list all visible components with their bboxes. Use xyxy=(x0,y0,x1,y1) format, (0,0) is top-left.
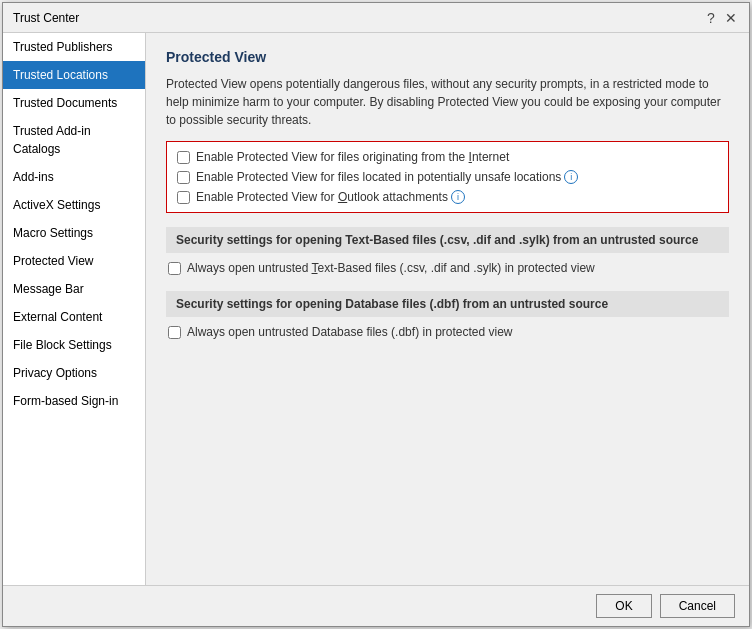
sidebar-item-protected-view[interactable]: Protected View xyxy=(3,247,145,275)
checkbox-plain-db: Always open untrusted Database files (.d… xyxy=(166,325,729,339)
section-title: Protected View xyxy=(166,49,729,65)
db-section-heading: Security settings for opening Database f… xyxy=(166,291,729,317)
close-button[interactable]: ✕ xyxy=(723,10,739,26)
checkbox-text-based-label: Always open untrusted Text-Based files (… xyxy=(187,261,595,275)
sidebar-item-add-ins[interactable]: Add-ins xyxy=(3,163,145,191)
checkbox-text-based[interactable] xyxy=(168,262,181,275)
checkbox-internet[interactable] xyxy=(177,151,190,164)
sidebar-item-macro-settings[interactable]: Macro Settings xyxy=(3,219,145,247)
checkbox-unsafe-locations[interactable] xyxy=(177,171,190,184)
checkbox-db-label: Always open untrusted Database files (.d… xyxy=(187,325,513,339)
checkbox-row-unsafe-locations: Enable Protected View for files located … xyxy=(177,170,718,184)
sidebar-item-trusted-add-in-catalogs[interactable]: Trusted Add-in Catalogs xyxy=(3,117,145,163)
title-bar-controls: ? ✕ xyxy=(703,10,739,26)
trust-center-dialog: Trust Center ? ✕ Trusted Publishers Trus… xyxy=(2,2,750,627)
sidebar-item-trusted-publishers[interactable]: Trusted Publishers xyxy=(3,33,145,61)
help-button[interactable]: ? xyxy=(703,10,719,26)
ok-button[interactable]: OK xyxy=(596,594,651,618)
dialog-body: Trusted Publishers Trusted Locations Tru… xyxy=(3,33,749,585)
cancel-button[interactable]: Cancel xyxy=(660,594,735,618)
sidebar-item-file-block-settings[interactable]: File Block Settings xyxy=(3,331,145,359)
checkbox-outlook[interactable] xyxy=(177,191,190,204)
sidebar-item-trusted-documents[interactable]: Trusted Documents xyxy=(3,89,145,117)
checkbox-plain-text-based: Always open untrusted Text-Based files (… xyxy=(166,261,729,275)
sidebar-item-privacy-options[interactable]: Privacy Options xyxy=(3,359,145,387)
checkbox-outlook-label: Enable Protected View for Outlook attach… xyxy=(196,190,448,204)
checkbox-row-outlook: Enable Protected View for Outlook attach… xyxy=(177,190,718,204)
sidebar-item-trusted-locations[interactable]: Trusted Locations xyxy=(3,61,145,89)
main-content: Protected View Protected View opens pote… xyxy=(146,33,749,585)
sidebar-item-message-bar[interactable]: Message Bar xyxy=(3,275,145,303)
dialog-footer: OK Cancel xyxy=(3,585,749,626)
checkbox-internet-label: Enable Protected View for files originat… xyxy=(196,150,509,164)
description-text: Protected View opens potentially dangero… xyxy=(166,75,729,129)
sidebar-item-activex-settings[interactable]: ActiveX Settings xyxy=(3,191,145,219)
checkbox-db[interactable] xyxy=(168,326,181,339)
dialog-title: Trust Center xyxy=(13,11,79,25)
sidebar-item-external-content[interactable]: External Content xyxy=(3,303,145,331)
checkbox-unsafe-locations-label: Enable Protected View for files located … xyxy=(196,170,561,184)
info-icon-unsafe-locations: i xyxy=(564,170,578,184)
checkbox-row-internet: Enable Protected View for files originat… xyxy=(177,150,718,164)
info-icon-outlook: i xyxy=(451,190,465,204)
title-bar: Trust Center ? ✕ xyxy=(3,3,749,33)
text-based-section-heading: Security settings for opening Text-Based… xyxy=(166,227,729,253)
protected-view-checkboxes-box: Enable Protected View for files originat… xyxy=(166,141,729,213)
sidebar-item-form-based-sign-in[interactable]: Form-based Sign-in xyxy=(3,387,145,415)
sidebar: Trusted Publishers Trusted Locations Tru… xyxy=(3,33,146,585)
